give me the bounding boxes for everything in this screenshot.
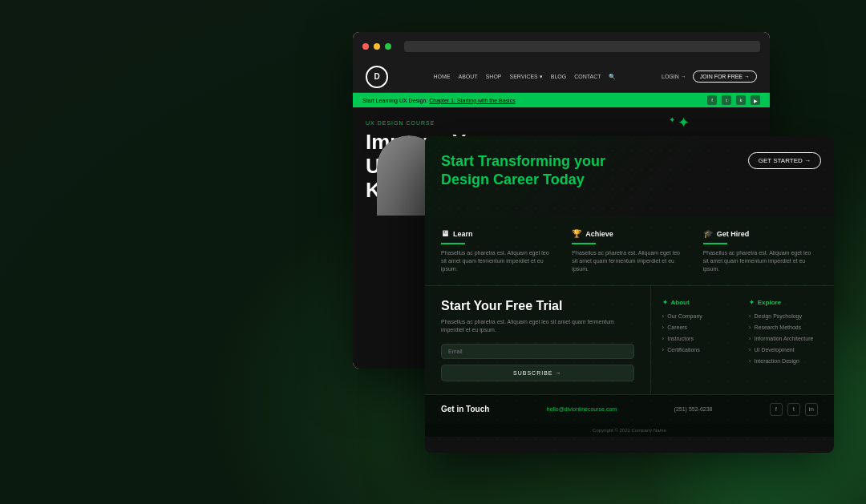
nav-about[interactable]: ABOUT: [459, 74, 478, 80]
back-nav-right: LOGIN → JOIN FOR FREE →: [662, 71, 757, 83]
back-nav-logo: D: [366, 66, 388, 88]
nav-blog[interactable]: BLOG: [551, 74, 566, 80]
browser-close-back: [362, 43, 369, 50]
back-nav: D HOME ABOUT SHOP SERVICES ▾ BLOG CONTAC…: [353, 61, 770, 93]
ticker-facebook-icon[interactable]: f: [707, 95, 717, 105]
ticker-bar: Start Learning UX Design: Chapter 1: Sta…: [353, 93, 770, 107]
ticker-twitter-icon[interactable]: t: [722, 95, 731, 105]
nav-services[interactable]: SERVICES ▾: [510, 74, 543, 80]
back-nav-links: HOME ABOUT SHOP SERVICES ▾ BLOG CONTACT …: [434, 74, 617, 80]
get-started-button[interactable]: GET STARTED →: [748, 152, 821, 169]
nav-search-icon[interactable]: 🔍: [609, 74, 616, 80]
star-small-icon: ✦: [669, 115, 675, 124]
browser-window-front: Start Transforming your Design Career To…: [425, 136, 834, 453]
ticker-text: Start Learning UX Design: Chapter 1: Sta…: [362, 98, 516, 103]
nav-contact[interactable]: CONTACT: [574, 74, 601, 80]
matrix-bg-overlay: [425, 136, 834, 216]
browser-max-back: [385, 43, 391, 50]
front-hero: Start Transforming your Design Career To…: [425, 136, 834, 216]
nav-home[interactable]: HOME: [434, 74, 451, 80]
ticker-tiktok-icon[interactable]: k: [736, 95, 746, 105]
back-tag: UX DESIGN COURSE: [366, 120, 757, 126]
browser-url-back: [404, 41, 760, 52]
browser-toolbar-back: [353, 32, 770, 61]
login-button[interactable]: LOGIN →: [662, 74, 686, 79]
ticker-link[interactable]: Chapter 1: Starting with the Basics: [429, 98, 515, 103]
star-large-icon: ✦: [678, 114, 690, 131]
join-button[interactable]: JOIN FOR FREE →: [693, 71, 757, 83]
browser-min-back: [374, 43, 380, 50]
stars-decoration: ✦ ✦: [669, 114, 690, 131]
ticker-youtube-icon[interactable]: ▶: [751, 95, 760, 105]
nav-shop[interactable]: SHOP: [486, 74, 502, 80]
ticker-social: f t k ▶: [707, 95, 760, 105]
